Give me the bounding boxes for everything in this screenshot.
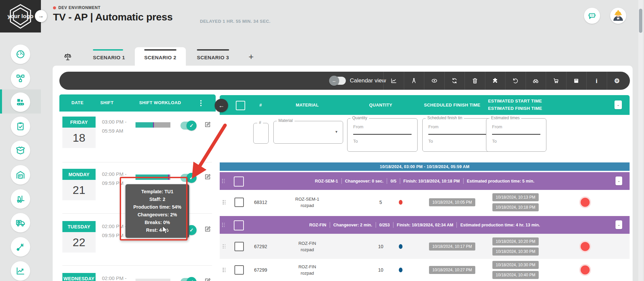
estimated-from-input[interactable]: From — [492, 124, 502, 129]
sidebar-item-delivery-truck — [0, 211, 41, 235]
drag-handle-icon[interactable] — [223, 244, 226, 249]
sidebar-button[interactable] — [11, 141, 30, 160]
minus-icon: - — [618, 102, 619, 108]
tab-scenario-1[interactable]: SCENARIO 1 — [93, 55, 125, 60]
collapse-all-button[interactable]: - — [614, 100, 622, 109]
row-separator — [62, 162, 212, 162]
back-button[interactable]: ← — [215, 99, 228, 112]
group-collapse-button[interactable]: - — [615, 220, 622, 229]
sidebar-button[interactable] — [11, 165, 30, 185]
user-avatar[interactable] — [610, 8, 626, 24]
row-checkbox[interactable] — [234, 198, 244, 207]
summary-separator — [330, 222, 330, 228]
scheduled-to-input[interactable]: To — [428, 139, 433, 144]
shift-enabled-toggle[interactable]: ✓ — [180, 174, 196, 182]
sidebar-item-clipboard-check — [0, 115, 41, 138]
workload-changeover-segment — [154, 227, 155, 232]
quantity-to-input[interactable]: To — [353, 139, 358, 144]
col-date: DATE — [71, 100, 84, 105]
scales-icon — [63, 52, 72, 62]
summary-separator — [400, 178, 400, 184]
binoculars-button[interactable] — [526, 72, 546, 90]
info-button[interactable]: i — [586, 72, 607, 90]
sidebar-collapse-button[interactable]: → — [35, 10, 47, 22]
sidebar-item-workflow — [0, 67, 41, 90]
order-material: ROZ-SEM-1rozpad — [280, 196, 334, 209]
group-summary-part: Finish: 10/19/2024, 02:34 AM — [397, 223, 453, 227]
cart-button[interactable] — [546, 72, 566, 90]
tab-scenario-3[interactable]: SCENARIO 3 — [197, 55, 229, 60]
shift-enabled-toggle[interactable]: ✓ — [180, 122, 196, 130]
filter-quantity-label: Quantity — [351, 116, 369, 120]
orders-header: # MATERIAL QUANTITY SCHEDULED FINISH TIM… — [220, 95, 630, 115]
order-group-row: ROZ-SEM-1Changeover: 0 sec.0/5Finish: 10… — [220, 172, 630, 190]
sidebar-button[interactable] — [11, 261, 30, 281]
scheduled-from-input[interactable]: From — [428, 124, 438, 129]
sidebar-button[interactable] — [11, 237, 30, 257]
estimated-to-input[interactable]: To — [492, 139, 497, 144]
scrollbar-thumb[interactable] — [639, 9, 642, 33]
refresh-button[interactable] — [444, 72, 465, 90]
chat-bot-icon — [588, 11, 596, 20]
tab-scenario-2[interactable]: SCENARIO 2 — [144, 55, 176, 60]
summary-separator — [341, 178, 342, 184]
order-number: 68312 — [251, 200, 271, 205]
tools-icon — [15, 242, 25, 252]
shift-workload-bar[interactable] — [136, 122, 170, 128]
kebab-menu-icon[interactable] — [200, 99, 202, 107]
group-summary-part: 0/5 — [390, 179, 396, 184]
drag-handle-icon[interactable] — [223, 200, 226, 205]
drafting-compass-button[interactable] — [404, 72, 424, 90]
filter-material-select[interactable]: Material ▼ — [273, 121, 343, 144]
undo-button[interactable] — [505, 72, 526, 90]
archive-button[interactable] — [566, 72, 587, 90]
settings-button[interactable]: ⚙ — [607, 72, 627, 90]
eye-button[interactable] — [424, 72, 444, 90]
chat-bot-button[interactable] — [584, 8, 600, 24]
sidebar-button[interactable] — [11, 213, 30, 232]
trash-button[interactable] — [465, 72, 485, 90]
shift-enabled-toggle[interactable]: ✓ — [180, 226, 196, 234]
sidebar-button[interactable] — [11, 69, 30, 88]
warehouse-icon — [15, 170, 25, 180]
sidebar-button[interactable] — [11, 117, 30, 136]
sidebar-button[interactable] — [11, 45, 30, 64]
group-collapse-button[interactable]: - — [615, 177, 622, 185]
shift-workload-bar[interactable] — [136, 279, 170, 281]
quantity-from-input[interactable]: From — [353, 124, 363, 129]
order-row: 67292ROZ-FINrozpad1010/18/2024, 10:17 PM… — [220, 234, 630, 259]
filter-estimated-label: Estimated times — [489, 116, 521, 120]
toggle-knob: ✓ — [186, 173, 197, 183]
input-underline — [492, 134, 540, 135]
day-number: 21 — [62, 180, 96, 200]
toggle-knob: ✓ — [186, 121, 197, 131]
schedule-header: DATE SHIFT SHIFT WORKLOAD — [59, 94, 216, 112]
edit-shift-button[interactable] — [204, 225, 212, 233]
sidebar-button[interactable] — [11, 92, 30, 112]
drag-handle-icon[interactable] — [223, 268, 226, 272]
filter-number[interactable]: # — [253, 123, 269, 144]
calendar-view-toggle[interactable]: – — [330, 77, 346, 85]
select-all-checkbox[interactable] — [236, 101, 245, 110]
edit-shift-button[interactable] — [204, 121, 212, 129]
shift-time: 03:00 PM - 05:59 AM — [102, 117, 126, 135]
shift-enabled-toggle[interactable]: ✓ — [180, 278, 196, 281]
puzzle-button[interactable] — [485, 72, 505, 90]
col-shift-workload: SHIFT WORKLOAD — [139, 100, 181, 105]
vertical-scrollbar[interactable] — [638, 0, 643, 281]
undo-icon — [512, 77, 519, 84]
shift-workload-bar[interactable] — [136, 174, 170, 180]
environment-label: DEV ENVIRONMENT — [58, 5, 101, 10]
compare-scenarios-button[interactable] — [63, 52, 73, 63]
trend-chart-button[interactable] — [383, 72, 404, 90]
dropdown-arrow-icon[interactable]: ▼ — [335, 130, 338, 134]
edit-shift-button[interactable] — [204, 277, 212, 281]
avatar-engineer-icon — [611, 9, 625, 22]
sidebar-item-analytics — [0, 260, 41, 281]
sidebar-button[interactable] — [11, 189, 30, 209]
row-checkbox[interactable] — [234, 242, 244, 251]
add-scenario-button[interactable]: + — [249, 52, 254, 62]
row-checkbox[interactable] — [234, 265, 244, 275]
edit-shift-button[interactable] — [204, 173, 212, 181]
shift-workload-bar[interactable] — [136, 227, 170, 232]
